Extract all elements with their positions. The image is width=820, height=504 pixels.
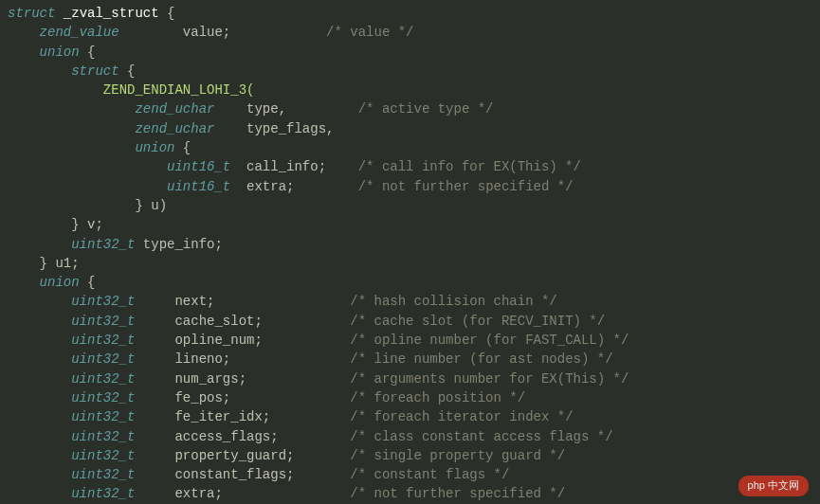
macro: ZEND_ENDIAN_LOHI_3( — [103, 82, 255, 98]
field: extra; — [246, 179, 294, 194]
type: zend_uchar — [135, 121, 214, 136]
type: uint32_t — [71, 237, 135, 252]
type: uint32_t — [71, 429, 135, 444]
comment: /* foreach position */ — [350, 390, 525, 405]
brace: { — [174, 140, 191, 155]
keyword-struct: struct — [71, 63, 118, 79]
watermark-badge: php 中文网 — [738, 476, 809, 496]
field: opline_num; — [174, 333, 262, 348]
field: access_flags; — [174, 429, 278, 444]
comment: /* opline number (for FAST_CALL) */ — [350, 333, 629, 348]
comment: /* cache slot (for RECV_INIT) */ — [350, 314, 605, 329]
field: property_guard; — [174, 448, 294, 463]
field: lineno; — [174, 351, 230, 367]
comment: /* value */ — [326, 25, 413, 40]
comment: /* arguments number for EX(This) */ — [350, 371, 629, 387]
type: zend_uchar — [135, 101, 214, 117]
comment: /* not further specified */ — [350, 486, 565, 501]
type: uint16_t — [167, 159, 230, 174]
type: uint32_t — [71, 294, 135, 309]
brace: { — [159, 6, 175, 21]
field: type_info; — [143, 237, 223, 252]
field: extra; — [174, 486, 222, 501]
type: uint32_t — [71, 409, 135, 424]
type: uint32_t — [71, 486, 135, 501]
keyword-union: union — [40, 275, 80, 290]
code-block: struct _zval_struct { zend_value value; … — [0, 0, 820, 504]
comment: /* hash collision chain */ — [350, 294, 556, 309]
keyword-union: union — [40, 45, 80, 60]
brace-close: } v; — [71, 217, 103, 232]
struct-name: _zval_struct — [64, 6, 159, 21]
type: uint32_t — [71, 333, 135, 348]
keyword-union: union — [135, 140, 174, 155]
field: type, — [246, 101, 286, 117]
brace-close: } u) — [135, 198, 167, 213]
type: uint32_t — [71, 351, 135, 367]
brace-close: } u1; — [40, 256, 80, 271]
field: cache_slot; — [174, 314, 262, 329]
type: uint32_t — [71, 448, 135, 463]
field: next; — [174, 294, 214, 309]
comment: /* line number (for ast nodes) */ — [350, 351, 612, 367]
field: fe_iter_idx; — [174, 409, 270, 424]
field: constant_flags; — [174, 467, 294, 482]
field: type_flags, — [246, 121, 334, 136]
brace: { — [80, 45, 96, 60]
field: fe_pos; — [174, 390, 230, 405]
brace: { — [80, 275, 96, 290]
comment: /* active type */ — [358, 101, 494, 117]
comment: /* foreach iterator index */ — [350, 409, 573, 424]
brace: { — [119, 63, 136, 79]
comment: /* call info for EX(This) */ — [358, 159, 581, 174]
comment: /* single property guard */ — [350, 448, 565, 463]
type: uint16_t — [167, 179, 230, 194]
type: zend_value — [40, 25, 119, 40]
field: call_info; — [246, 159, 326, 174]
type: uint32_t — [71, 314, 135, 329]
comment: /* constant flags */ — [350, 467, 509, 482]
type: uint32_t — [71, 467, 135, 482]
comment: /* class constant access flags */ — [350, 429, 612, 444]
type: uint32_t — [71, 371, 135, 387]
comment: /* not further specified */ — [358, 179, 574, 194]
keyword-struct: struct — [8, 6, 55, 21]
type: uint32_t — [71, 390, 135, 405]
field: num_args; — [174, 371, 246, 387]
field: value; — [183, 25, 230, 40]
